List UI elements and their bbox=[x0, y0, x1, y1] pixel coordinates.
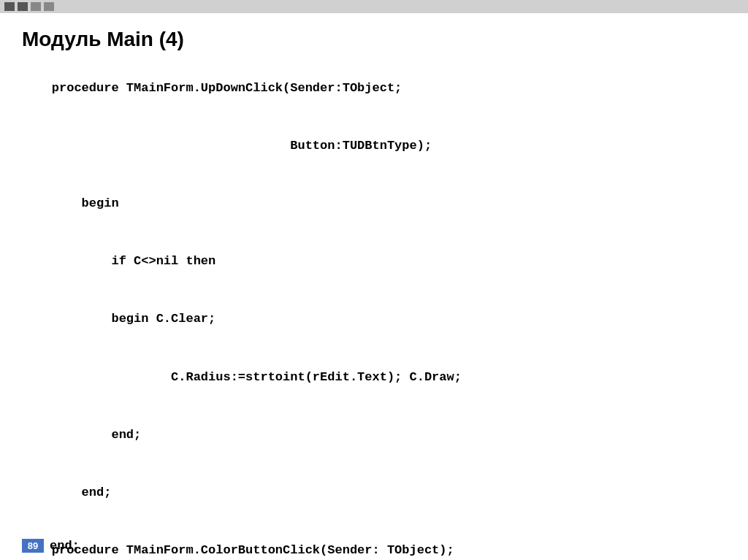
code-line-7: end; bbox=[52, 428, 141, 442]
top-bar-square-2 bbox=[18, 2, 28, 11]
top-bar bbox=[0, 0, 748, 13]
code-line-3: begin bbox=[52, 196, 119, 210]
top-bar-square-3 bbox=[31, 2, 41, 11]
top-bar-square-4 bbox=[44, 2, 54, 11]
code-line-4: if C<>nil then bbox=[52, 254, 215, 268]
last-code-line: end; bbox=[50, 539, 80, 553]
main-content: Модуль Main (4) procedure TMainForm.UpDo… bbox=[0, 13, 748, 560]
code-line-6: C.Radius:=strtoint(rEdit.Text); C.Draw; bbox=[52, 370, 462, 384]
page-title: Модуль Main (4) bbox=[22, 28, 726, 51]
top-bar-square-1 bbox=[4, 2, 15, 11]
code-block: procedure TMainForm.UpDownClick(Sender:T… bbox=[22, 60, 726, 560]
code-line-5: begin C.Clear; bbox=[52, 312, 215, 326]
code-line-1: procedure TMainForm.UpDownClick(Sender:T… bbox=[52, 81, 402, 95]
page-number-area: 89 end; bbox=[0, 539, 748, 553]
code-line-8: end; bbox=[52, 486, 112, 499]
page-number-box: 89 bbox=[22, 539, 44, 553]
code-line-2: Button:TUDBtnType); bbox=[52, 139, 432, 153]
